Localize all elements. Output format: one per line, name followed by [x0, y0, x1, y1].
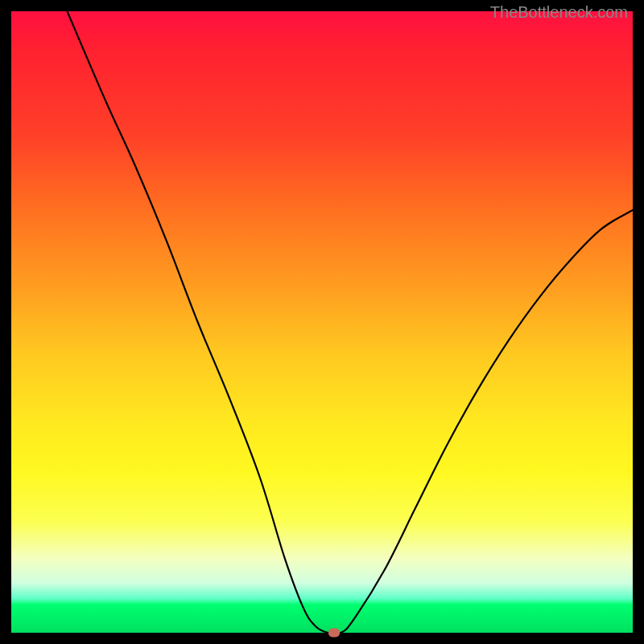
bottleneck-curve: [11, 11, 633, 633]
optimal-point-marker: [328, 629, 340, 638]
watermark-text: TheBottleneck.com: [490, 3, 628, 22]
chart-plot-area: [11, 11, 633, 633]
